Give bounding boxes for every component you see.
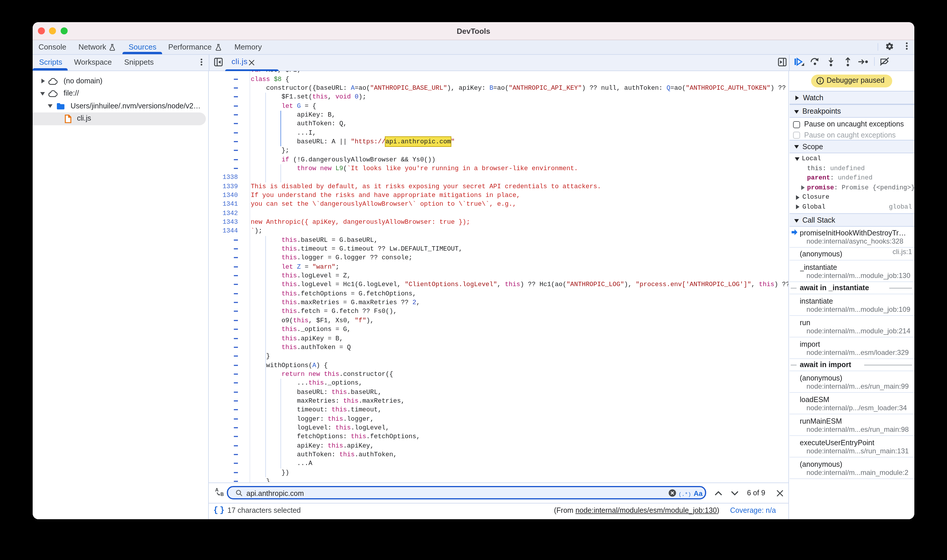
- svg-text:B: B: [221, 492, 224, 497]
- svg-text:A: A: [215, 488, 219, 492]
